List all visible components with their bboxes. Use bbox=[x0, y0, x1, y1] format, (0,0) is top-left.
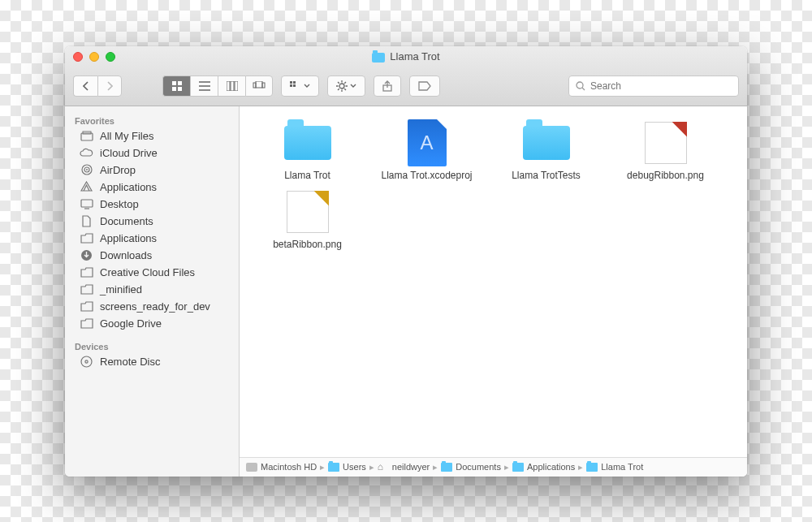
path-segment[interactable]: Llama Trot bbox=[586, 462, 643, 472]
window-title-text: Llama Trot bbox=[390, 50, 439, 63]
chevron-right-icon: ▸ bbox=[369, 462, 374, 472]
sidebar-label: Remote Disc bbox=[100, 356, 160, 368]
chevron-right-icon: ▸ bbox=[320, 462, 325, 472]
chevron-right-icon: ▸ bbox=[578, 462, 583, 472]
nav-buttons bbox=[73, 75, 122, 97]
sidebar-label: Google Drive bbox=[100, 317, 162, 330]
search-input[interactable] bbox=[590, 80, 732, 92]
coverflow-view-button[interactable] bbox=[245, 75, 273, 97]
sidebar: Favorites All My Files iCloud Drive AirD… bbox=[65, 106, 240, 477]
column-view-button[interactable] bbox=[218, 75, 245, 97]
file-item[interactable]: debugRibbon.png bbox=[606, 119, 725, 182]
sidebar-item-creative-cloud[interactable]: Creative Cloud Files bbox=[65, 264, 239, 281]
sidebar-item-airdrop[interactable]: AirDrop bbox=[65, 162, 239, 179]
disc-icon bbox=[80, 356, 93, 368]
all-my-files-icon bbox=[80, 130, 93, 142]
path-segment[interactable]: Users bbox=[328, 462, 366, 472]
svg-rect-34 bbox=[81, 200, 93, 207]
documents-icon bbox=[80, 215, 93, 227]
xcodeproj-icon: A bbox=[408, 119, 447, 166]
search-icon bbox=[576, 81, 585, 91]
icloud-icon bbox=[80, 147, 93, 159]
svg-rect-10 bbox=[256, 81, 262, 88]
svg-rect-0 bbox=[172, 81, 176, 85]
file-item[interactable]: Llama Trot bbox=[248, 119, 367, 182]
folder-icon bbox=[441, 463, 452, 472]
sidebar-label: iCloud Drive bbox=[100, 147, 158, 159]
svg-rect-1 bbox=[178, 81, 182, 85]
file-item[interactable]: betaRibbon.png bbox=[248, 188, 367, 251]
folder-icon bbox=[80, 283, 93, 296]
sidebar-item-screens-ready[interactable]: screens_ready_for_dev bbox=[65, 298, 239, 315]
svg-point-37 bbox=[81, 356, 92, 367]
svg-rect-9 bbox=[235, 81, 238, 91]
sidebar-label: Documents bbox=[100, 215, 153, 227]
folder-icon bbox=[586, 463, 598, 472]
forward-button[interactable] bbox=[97, 75, 122, 97]
action-button[interactable] bbox=[327, 75, 365, 97]
titlebar: Llama Trot bbox=[65, 46, 747, 106]
sidebar-header-favorites: Favorites bbox=[65, 111, 239, 127]
sidebar-label: Desktop bbox=[100, 198, 139, 210]
sidebar-item-remote-disc[interactable]: Remote Disc bbox=[65, 353, 239, 370]
sidebar-item-desktop[interactable]: Desktop bbox=[65, 196, 239, 213]
svg-line-25 bbox=[344, 82, 346, 84]
chevron-right-icon: ▸ bbox=[504, 462, 509, 472]
icon-view-button[interactable] bbox=[162, 75, 190, 97]
file-name: Llama TrotTests bbox=[512, 170, 581, 182]
path-segment[interactable]: Documents bbox=[441, 462, 501, 472]
arrange-button[interactable] bbox=[281, 75, 319, 97]
sidebar-header-devices: Devices bbox=[65, 337, 239, 353]
path-segment[interactable]: ⌂neildwyer bbox=[378, 462, 430, 472]
folder-icon bbox=[512, 463, 524, 472]
sidebar-item-all-my-files[interactable]: All My Files bbox=[65, 127, 239, 145]
svg-rect-2 bbox=[172, 87, 176, 91]
sidebar-item-applications[interactable]: Applications bbox=[65, 179, 239, 196]
svg-line-23 bbox=[344, 88, 346, 90]
window-title: Llama Trot bbox=[65, 50, 747, 63]
folder-icon bbox=[80, 300, 93, 313]
svg-line-24 bbox=[338, 88, 339, 90]
folder-icon bbox=[80, 232, 93, 244]
sidebar-item-google-drive[interactable]: Google Drive bbox=[65, 315, 239, 332]
hd-icon bbox=[246, 463, 257, 472]
sidebar-label: Applications bbox=[100, 232, 157, 244]
beta-ribbon-icon bbox=[308, 191, 329, 212]
path-segment[interactable]: Macintosh HD bbox=[246, 462, 317, 472]
sidebar-item-icloud[interactable]: iCloud Drive bbox=[65, 145, 239, 162]
file-name: Llama Trot bbox=[284, 170, 330, 182]
file-name: betaRibbon.png bbox=[273, 239, 342, 251]
share-button[interactable] bbox=[374, 75, 401, 97]
svg-rect-11 bbox=[253, 83, 256, 88]
svg-rect-16 bbox=[293, 84, 296, 87]
sidebar-label: All My Files bbox=[100, 130, 153, 142]
sidebar-item-documents[interactable]: Documents bbox=[65, 213, 239, 230]
file-name: debugRibbon.png bbox=[627, 170, 704, 182]
folder-icon bbox=[80, 266, 93, 278]
file-item[interactable]: A Llama Trot.xcodeproj bbox=[367, 119, 486, 182]
svg-rect-15 bbox=[290, 84, 292, 87]
view-mode-toggle bbox=[162, 75, 273, 97]
path-segment[interactable]: Applications bbox=[512, 462, 575, 472]
back-button[interactable] bbox=[73, 75, 97, 97]
list-view-button[interactable] bbox=[190, 75, 218, 97]
chevron-right-icon: ▸ bbox=[433, 462, 438, 472]
sidebar-item-minified[interactable]: _minified bbox=[65, 281, 239, 298]
toolbar bbox=[65, 67, 747, 106]
sidebar-item-applications-folder[interactable]: Applications bbox=[65, 230, 239, 247]
tags-button[interactable] bbox=[409, 75, 440, 97]
folder-icon bbox=[523, 126, 570, 160]
sidebar-label: AirDrop bbox=[100, 164, 136, 176]
path-bar: Macintosh HD▸ Users▸ ⌂neildwyer▸ Documen… bbox=[240, 457, 747, 477]
file-name: Llama Trot.xcodeproj bbox=[381, 170, 472, 182]
folder-icon bbox=[328, 463, 339, 472]
sidebar-item-downloads[interactable]: Downloads bbox=[65, 247, 239, 264]
finder-window: Llama Trot bbox=[65, 46, 747, 477]
folder-icon bbox=[80, 317, 93, 330]
file-item[interactable]: Llama TrotTests bbox=[486, 119, 606, 182]
file-grid[interactable]: Llama Trot A Llama Trot.xcodeproj Llama … bbox=[240, 106, 747, 457]
svg-rect-13 bbox=[290, 81, 292, 84]
svg-line-28 bbox=[582, 88, 585, 90]
search-field[interactable] bbox=[568, 75, 739, 97]
applications-icon bbox=[80, 181, 93, 193]
